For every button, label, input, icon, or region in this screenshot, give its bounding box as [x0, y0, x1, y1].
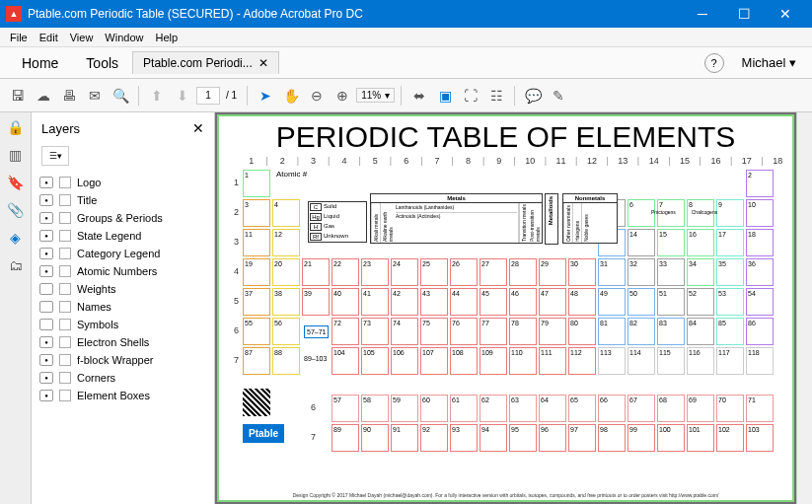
visibility-toggle[interactable]	[39, 177, 53, 188]
lock-icon[interactable]: 🔒	[7, 118, 25, 136]
layer-item[interactable]: Corners	[36, 369, 210, 387]
select-icon[interactable]: ➤	[254, 84, 277, 108]
layer-item[interactable]: Symbols	[36, 316, 210, 333]
visibility-toggle[interactable]	[39, 265, 53, 277]
tab-close-icon[interactable]: ✕	[258, 56, 268, 70]
layer-label: Element Boxes	[77, 390, 150, 401]
layer-label: Symbols	[77, 319, 118, 330]
layer-label: Weights	[77, 283, 116, 295]
fit-page-icon[interactable]: ▣	[433, 84, 457, 108]
visibility-toggle[interactable]	[39, 354, 53, 366]
element-cell: 83	[657, 318, 685, 345]
element-cell: 26	[450, 258, 478, 286]
element-cell: 98	[598, 424, 626, 452]
highlight-icon[interactable]: ✎	[547, 84, 570, 108]
read-icon[interactable]: ☷	[484, 84, 508, 108]
cloud-icon[interactable]: ☁	[32, 84, 55, 108]
layer-item[interactable]: f-block Wrapper	[36, 351, 210, 369]
tab-home[interactable]: Home	[8, 49, 72, 77]
element-cell: 77	[480, 318, 507, 345]
visibility-toggle[interactable]	[39, 390, 53, 401]
save-icon[interactable]: 🖫	[6, 84, 30, 108]
layer-icon	[59, 230, 71, 242]
signatures-icon[interactable]: 🗂	[7, 256, 25, 274]
layer-item[interactable]: Atomic Numbers	[36, 262, 210, 280]
layer-icon	[59, 319, 71, 330]
element-cell: 31	[598, 258, 626, 286]
layer-item[interactable]: State Legend	[36, 227, 210, 245]
tab-document[interactable]: Ptable.com Periodi...✕	[132, 51, 279, 74]
col-num: 12	[585, 156, 599, 166]
visibility-toggle[interactable]	[39, 248, 53, 259]
hand-icon[interactable]: ✋	[279, 84, 303, 108]
element-cell: 100	[657, 424, 685, 452]
page-down-icon[interactable]: ⬇	[171, 84, 194, 108]
page-input[interactable]	[196, 87, 220, 105]
element-cell: 94	[480, 424, 507, 452]
tab-tools[interactable]: Tools	[72, 49, 132, 77]
zoom-select[interactable]: 11%▾	[356, 88, 395, 103]
visibility-toggle[interactable]	[39, 372, 53, 384]
user-menu[interactable]: Michael ▾	[734, 55, 804, 70]
col-num: 16	[709, 156, 723, 166]
zoom-out-icon[interactable]: ⊖	[305, 84, 329, 108]
bookmark-icon[interactable]: 🔖	[7, 174, 25, 191]
layer-item[interactable]: Element Boxes	[36, 387, 210, 404]
print-icon[interactable]: 🖶	[57, 84, 81, 108]
element-cell: 19	[243, 258, 270, 286]
element-cell: 92	[420, 424, 448, 452]
maximize-button[interactable]: ☐	[723, 0, 765, 28]
menu-help[interactable]: Help	[149, 32, 184, 43]
element-cell: 90	[361, 424, 389, 452]
layer-item[interactable]: Logo	[36, 174, 210, 191]
layers-close-icon[interactable]: ✕	[192, 120, 204, 136]
visibility-toggle[interactable]	[39, 283, 53, 295]
row-num: 7	[227, 355, 239, 365]
element-cell: 117	[716, 347, 744, 375]
element-cell: 93	[450, 424, 478, 452]
metalloids-legend: Metalloids	[545, 193, 558, 245]
menu-view[interactable]: View	[64, 32, 100, 43]
vertical-scrollbar[interactable]	[796, 112, 812, 504]
layer-item[interactable]: Names	[36, 298, 210, 316]
element-cell: 61	[450, 395, 478, 422]
help-button[interactable]: ?	[704, 53, 724, 73]
layers-options-button[interactable]: ☰▾	[41, 146, 69, 166]
layer-item[interactable]: Weights	[36, 280, 210, 298]
visibility-toggle[interactable]	[39, 319, 53, 330]
search-icon[interactable]: 🔍	[109, 84, 132, 108]
menu-window[interactable]: Window	[99, 32, 149, 43]
email-icon[interactable]: ✉	[83, 84, 107, 108]
zoom-in-icon[interactable]: ⊕	[331, 84, 354, 108]
page-up-icon[interactable]: ⬆	[145, 84, 169, 108]
page-total: / 1	[226, 90, 237, 101]
visibility-toggle[interactable]	[39, 230, 53, 242]
comment-icon[interactable]: 💬	[521, 84, 545, 108]
element-cell: 34	[687, 258, 714, 286]
layer-item[interactable]: Electron Shells	[36, 333, 210, 351]
visibility-toggle[interactable]	[39, 194, 53, 206]
minimize-button[interactable]: ─	[682, 0, 723, 28]
element-cell: 96	[539, 424, 566, 452]
fullscreen-icon[interactable]: ⛶	[459, 84, 482, 108]
element-cell: 16	[687, 229, 714, 256]
attachment-icon[interactable]: 📎	[7, 201, 25, 219]
state-legend: CSolidHgLiquidHGasRfUnknown	[308, 201, 367, 243]
close-button[interactable]: ✕	[765, 0, 806, 28]
layers-icon[interactable]: ◈	[7, 229, 25, 247]
element-cell: 48	[568, 288, 596, 316]
visibility-toggle[interactable]	[39, 212, 53, 224]
layer-item[interactable]: Category Legend	[36, 245, 210, 262]
col-num: 10	[523, 156, 537, 166]
visibility-toggle[interactable]	[39, 301, 53, 313]
document-viewport[interactable]: PERIODIC TABLE OF ELEMENTS 1|2|3|4|5|6|7…	[215, 112, 796, 504]
layer-item[interactable]: Title	[36, 191, 210, 209]
menu-file[interactable]: File	[4, 32, 34, 43]
layer-label: Category Legend	[77, 248, 160, 259]
visibility-toggle[interactable]	[39, 336, 53, 348]
periodic-grid: 1234567891011121314151617181920212223242…	[227, 168, 784, 444]
layer-item[interactable]: Groups & Periods	[36, 209, 210, 227]
thumbnails-icon[interactable]: ▥	[7, 146, 25, 164]
menu-edit[interactable]: Edit	[34, 32, 64, 43]
fit-width-icon[interactable]: ⬌	[407, 84, 431, 108]
